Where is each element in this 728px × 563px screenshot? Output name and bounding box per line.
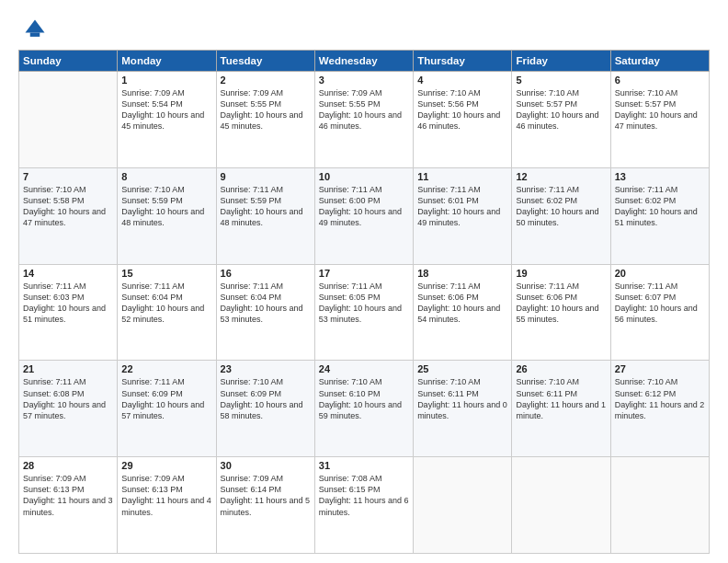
day-number: 8 (121, 171, 211, 182)
day-number: 18 (417, 268, 507, 279)
day-number: 25 (417, 363, 507, 374)
header-day-friday: Friday (512, 51, 610, 72)
day-cell: 25Sunrise: 7:10 AMSunset: 6:11 PMDayligh… (414, 361, 512, 457)
calendar-header: SundayMondayTuesdayWednesdayThursdayFrid… (19, 51, 710, 72)
day-info: Sunrise: 7:11 AMSunset: 6:06 PMDaylight:… (516, 281, 606, 326)
day-cell: 19Sunrise: 7:11 AMSunset: 6:06 PMDayligh… (512, 264, 610, 361)
day-info: Sunrise: 7:10 AMSunset: 5:57 PMDaylight:… (615, 87, 705, 132)
day-number: 6 (615, 75, 705, 86)
day-info: Sunrise: 7:10 AMSunset: 5:59 PMDaylight:… (121, 184, 211, 229)
day-cell: 29Sunrise: 7:09 AMSunset: 6:13 PMDayligh… (118, 457, 216, 554)
day-number: 17 (319, 268, 409, 279)
day-cell: 9Sunrise: 7:11 AMSunset: 5:59 PMDaylight… (216, 167, 314, 264)
day-info: Sunrise: 7:11 AMSunset: 5:59 PMDaylight:… (221, 184, 311, 229)
day-info: Sunrise: 7:10 AMSunset: 6:11 PMDaylight:… (516, 376, 606, 421)
day-info: Sunrise: 7:10 AMSunset: 6:11 PMDaylight:… (417, 376, 507, 421)
day-number: 5 (516, 75, 606, 86)
day-number: 24 (319, 363, 409, 374)
day-cell: 26Sunrise: 7:10 AMSunset: 6:11 PMDayligh… (512, 361, 610, 457)
day-number: 4 (417, 75, 507, 86)
day-number: 27 (615, 363, 705, 374)
day-cell: 21Sunrise: 7:11 AMSunset: 6:08 PMDayligh… (19, 361, 118, 457)
day-info: Sunrise: 7:11 AMSunset: 6:01 PMDaylight:… (417, 184, 507, 229)
logo (18, 17, 48, 42)
day-cell: 15Sunrise: 7:11 AMSunset: 6:04 PMDayligh… (118, 264, 216, 361)
header-day-saturday: Saturday (610, 51, 709, 72)
header (18, 17, 710, 42)
day-number: 1 (121, 75, 211, 86)
day-info: Sunrise: 7:10 AMSunset: 5:56 PMDaylight:… (417, 87, 507, 132)
day-info: Sunrise: 7:11 AMSunset: 6:04 PMDaylight:… (121, 281, 211, 326)
day-cell: 24Sunrise: 7:10 AMSunset: 6:10 PMDayligh… (314, 361, 413, 457)
day-number: 9 (221, 171, 311, 182)
day-cell: 11Sunrise: 7:11 AMSunset: 6:01 PMDayligh… (414, 167, 512, 264)
day-cell: 1Sunrise: 7:09 AMSunset: 5:54 PMDaylight… (118, 72, 216, 168)
day-info: Sunrise: 7:10 AMSunset: 6:10 PMDaylight:… (319, 376, 409, 421)
day-info: Sunrise: 7:09 AMSunset: 6:13 PMDaylight:… (121, 473, 211, 518)
header-row: SundayMondayTuesdayWednesdayThursdayFrid… (19, 51, 710, 72)
week-row-3: 14Sunrise: 7:11 AMSunset: 6:03 PMDayligh… (19, 264, 710, 361)
week-row-2: 7Sunrise: 7:10 AMSunset: 5:58 PMDaylight… (19, 167, 710, 264)
day-info: Sunrise: 7:09 AMSunset: 5:55 PMDaylight:… (319, 87, 409, 132)
day-info: Sunrise: 7:11 AMSunset: 6:02 PMDaylight:… (615, 184, 705, 229)
day-number: 28 (23, 460, 113, 471)
calendar-body: 1Sunrise: 7:09 AMSunset: 5:54 PMDaylight… (19, 72, 710, 554)
day-info: Sunrise: 7:10 AMSunset: 5:57 PMDaylight:… (516, 87, 606, 132)
day-info: Sunrise: 7:11 AMSunset: 6:04 PMDaylight:… (221, 281, 311, 326)
header-day-sunday: Sunday (19, 51, 118, 72)
header-day-tuesday: Tuesday (216, 51, 314, 72)
day-cell: 23Sunrise: 7:10 AMSunset: 6:09 PMDayligh… (216, 361, 314, 457)
day-number: 15 (121, 268, 211, 279)
day-number: 19 (516, 268, 606, 279)
day-info: Sunrise: 7:10 AMSunset: 5:58 PMDaylight:… (23, 184, 113, 229)
week-row-5: 28Sunrise: 7:09 AMSunset: 6:13 PMDayligh… (19, 457, 710, 554)
day-cell: 4Sunrise: 7:10 AMSunset: 5:56 PMDaylight… (414, 72, 512, 168)
day-info: Sunrise: 7:08 AMSunset: 6:15 PMDaylight:… (319, 473, 409, 518)
logo-icon (22, 17, 48, 42)
day-info: Sunrise: 7:11 AMSunset: 6:08 PMDaylight:… (23, 376, 113, 421)
svg-marker-0 (26, 20, 45, 33)
day-info: Sunrise: 7:11 AMSunset: 6:03 PMDaylight:… (23, 281, 113, 326)
week-row-1: 1Sunrise: 7:09 AMSunset: 5:54 PMDaylight… (19, 72, 710, 168)
header-day-thursday: Thursday (414, 51, 512, 72)
day-cell: 3Sunrise: 7:09 AMSunset: 5:55 PMDaylight… (314, 72, 413, 168)
day-number: 14 (23, 268, 113, 279)
day-info: Sunrise: 7:09 AMSunset: 6:14 PMDaylight:… (221, 473, 311, 518)
day-cell: 12Sunrise: 7:11 AMSunset: 6:02 PMDayligh… (512, 167, 610, 264)
day-number: 12 (516, 171, 606, 182)
day-number: 11 (417, 171, 507, 182)
day-cell: 14Sunrise: 7:11 AMSunset: 6:03 PMDayligh… (19, 264, 118, 361)
day-cell: 6Sunrise: 7:10 AMSunset: 5:57 PMDaylight… (610, 72, 709, 168)
day-cell: 30Sunrise: 7:09 AMSunset: 6:14 PMDayligh… (216, 457, 314, 554)
day-number: 22 (121, 363, 211, 374)
day-number: 31 (319, 460, 409, 471)
header-day-monday: Monday (118, 51, 216, 72)
day-number: 10 (319, 171, 409, 182)
day-cell (610, 457, 709, 554)
day-cell: 5Sunrise: 7:10 AMSunset: 5:57 PMDaylight… (512, 72, 610, 168)
day-cell: 28Sunrise: 7:09 AMSunset: 6:13 PMDayligh… (19, 457, 118, 554)
day-cell: 20Sunrise: 7:11 AMSunset: 6:07 PMDayligh… (610, 264, 709, 361)
day-cell: 16Sunrise: 7:11 AMSunset: 6:04 PMDayligh… (216, 264, 314, 361)
day-number: 29 (121, 460, 211, 471)
calendar-table: SundayMondayTuesdayWednesdayThursdayFrid… (18, 50, 710, 554)
day-info: Sunrise: 7:09 AMSunset: 6:13 PMDaylight:… (23, 473, 113, 518)
day-number: 3 (319, 75, 409, 86)
day-info: Sunrise: 7:09 AMSunset: 5:55 PMDaylight:… (221, 87, 311, 132)
day-info: Sunrise: 7:11 AMSunset: 6:05 PMDaylight:… (319, 281, 409, 326)
day-cell: 13Sunrise: 7:11 AMSunset: 6:02 PMDayligh… (610, 167, 709, 264)
day-info: Sunrise: 7:11 AMSunset: 6:09 PMDaylight:… (121, 376, 211, 421)
day-cell (19, 72, 118, 168)
day-info: Sunrise: 7:10 AMSunset: 6:09 PMDaylight:… (221, 376, 311, 421)
day-cell: 18Sunrise: 7:11 AMSunset: 6:06 PMDayligh… (414, 264, 512, 361)
day-info: Sunrise: 7:11 AMSunset: 6:00 PMDaylight:… (319, 184, 409, 229)
day-cell: 8Sunrise: 7:10 AMSunset: 5:59 PMDaylight… (118, 167, 216, 264)
day-number: 13 (615, 171, 705, 182)
day-number: 30 (221, 460, 311, 471)
day-info: Sunrise: 7:11 AMSunset: 6:02 PMDaylight:… (516, 184, 606, 229)
day-number: 23 (221, 363, 311, 374)
header-day-wednesday: Wednesday (314, 51, 413, 72)
day-info: Sunrise: 7:11 AMSunset: 6:06 PMDaylight:… (417, 281, 507, 326)
day-cell: 10Sunrise: 7:11 AMSunset: 6:00 PMDayligh… (314, 167, 413, 264)
day-number: 21 (23, 363, 113, 374)
